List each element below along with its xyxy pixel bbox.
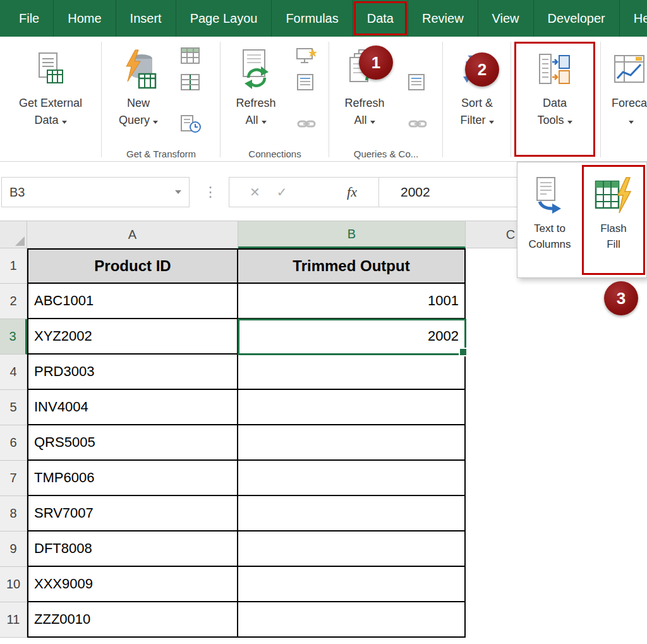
grid-row-9: 9DFT8008 xyxy=(0,532,647,567)
cancel-icon[interactable]: ✕ xyxy=(250,185,260,200)
data-tools-label-line2: Tools xyxy=(537,112,572,129)
queries-edit-links-icon xyxy=(408,115,428,133)
text-to-columns-icon xyxy=(531,171,569,221)
cell-B7[interactable] xyxy=(238,461,466,496)
group-separator xyxy=(442,42,443,157)
cell-B4[interactable] xyxy=(238,355,466,390)
show-queries-icon xyxy=(180,73,200,91)
recent-sources-button[interactable] xyxy=(178,112,202,135)
tab-formulas[interactable]: Formulas xyxy=(272,0,353,37)
connections-icon xyxy=(296,46,317,65)
row-header-11[interactable]: 11 xyxy=(0,602,27,638)
data-tools-dropdown: Text to Columns Flash Fill xyxy=(517,162,647,278)
data-tools-icon xyxy=(538,44,572,95)
grid-row-3: 3XYZ20022002 xyxy=(0,319,647,355)
group-separator xyxy=(220,42,221,157)
row-header-3[interactable]: 3 xyxy=(0,319,27,355)
column-header-A[interactable]: A xyxy=(27,221,238,248)
cell-B5[interactable] xyxy=(238,390,466,425)
tab-home[interactable]: Home xyxy=(54,0,116,37)
refresh-all-label-line1: Refresh xyxy=(236,95,275,112)
row-header-4[interactable]: 4 xyxy=(0,355,27,390)
row-header-6[interactable]: 6 xyxy=(0,425,27,461)
cell-A2[interactable]: ABC1001 xyxy=(27,284,238,319)
tab-file[interactable]: File xyxy=(5,0,54,37)
tab-insert[interactable]: Insert xyxy=(116,0,176,37)
formula-bar-handle[interactable]: ⋮ xyxy=(203,177,217,207)
flash-fill-label-line2: Fill xyxy=(607,236,620,252)
new-query-button[interactable]: New Query xyxy=(104,37,173,129)
data-tools-button[interactable]: Data Tools xyxy=(514,37,595,129)
get-external-data-label-line1: Get External xyxy=(19,95,82,112)
group-label-connections: Connections xyxy=(222,149,327,159)
cell-A9[interactable]: DFT8008 xyxy=(27,532,238,567)
cell-A10[interactable]: XXX9009 xyxy=(27,567,238,602)
cell-B2[interactable]: 1001 xyxy=(238,284,466,319)
cell-A5[interactable]: INV4004 xyxy=(27,390,238,425)
grid-row-7: 7TMP6006 xyxy=(0,461,647,496)
get-external-data-icon xyxy=(36,44,65,95)
row-header-8[interactable]: 8 xyxy=(0,496,27,532)
tab-view[interactable]: View xyxy=(478,0,534,37)
cell-B10[interactable] xyxy=(238,567,466,602)
flash-fill-button[interactable]: Flash Fill xyxy=(583,165,644,274)
grid-rows: 1Product IDTrimmed Output2ABC100110013XY… xyxy=(0,248,647,638)
data-tools-label-line1: Data xyxy=(543,95,567,112)
row-header-1[interactable]: 1 xyxy=(0,248,27,284)
forecast-button[interactable]: Foreca xyxy=(604,37,647,129)
name-box[interactable]: B3 xyxy=(1,177,190,207)
grid-row-2: 2ABC10011001 xyxy=(0,284,647,319)
select-all-corner[interactable] xyxy=(0,221,27,248)
cell-A3[interactable]: XYZ2002 xyxy=(27,319,238,355)
name-box-dropdown-icon[interactable] xyxy=(175,190,181,194)
cell-B6[interactable] xyxy=(238,425,466,461)
properties-button[interactable] xyxy=(294,71,318,94)
show-queries-button[interactable] xyxy=(178,71,202,94)
cell-A6[interactable]: QRS5005 xyxy=(27,425,238,461)
column-header-B[interactable]: B xyxy=(238,221,466,248)
refresh-all-button[interactable]: Refresh All xyxy=(222,37,289,129)
formula-bar-buttons: ✕ ✓ fx xyxy=(229,177,379,207)
cell-B9[interactable] xyxy=(238,532,466,567)
text-to-columns-button[interactable]: Text to Columns xyxy=(519,165,580,274)
cell-B8[interactable] xyxy=(238,496,466,532)
group-label-get-transform: Get & Transform xyxy=(104,149,219,159)
chevron-down-icon xyxy=(262,121,267,124)
ribbon-group-data-tools: Data Tools xyxy=(514,37,595,162)
cell-A7[interactable]: TMP6006 xyxy=(27,461,238,496)
forecast-label-line1: Foreca xyxy=(612,95,647,112)
refresh-all-label-line2: All xyxy=(245,112,266,129)
cell-A1[interactable]: Product ID xyxy=(27,248,238,284)
row-header-10[interactable]: 10 xyxy=(0,567,27,602)
cell-B3[interactable]: 2002 xyxy=(238,319,466,355)
chevron-down-icon xyxy=(629,121,634,124)
annotation-step-2: 2 xyxy=(465,52,499,87)
grid-row-11: 11ZZZ0010 xyxy=(0,602,647,638)
tab-help[interactable]: Help xyxy=(620,0,647,37)
from-table-button[interactable] xyxy=(178,44,202,67)
cell-A8[interactable]: SRV7007 xyxy=(27,496,238,532)
row-header-5[interactable]: 5 xyxy=(0,390,27,425)
cell-B11[interactable] xyxy=(238,602,466,638)
cell-B1[interactable]: Trimmed Output xyxy=(238,248,466,284)
tab-review[interactable]: Review xyxy=(408,0,478,37)
cell-A4[interactable]: PRD3003 xyxy=(27,355,238,390)
queries-edit-links-button[interactable] xyxy=(406,112,430,135)
get-external-data-button[interactable]: Get External Data xyxy=(3,37,99,129)
tab-data[interactable]: Data xyxy=(353,0,408,37)
ribbon-group-connections: Refresh All xyxy=(222,37,327,162)
grid-row-5: 5INV4004 xyxy=(0,390,647,425)
queries-properties-button[interactable] xyxy=(406,71,430,94)
new-query-label-line2: Query xyxy=(119,112,158,129)
row-header-9[interactable]: 9 xyxy=(0,532,27,567)
connections-button[interactable] xyxy=(294,44,318,67)
enter-icon[interactable]: ✓ xyxy=(277,185,287,200)
tab-page-layout[interactable]: Page Layou xyxy=(176,0,272,37)
cell-A11[interactable]: ZZZ0010 xyxy=(27,602,238,638)
insert-function-icon[interactable]: fx xyxy=(347,184,357,200)
tab-developer[interactable]: Developer xyxy=(534,0,620,37)
row-header-2[interactable]: 2 xyxy=(0,284,27,319)
row-header-7[interactable]: 7 xyxy=(0,461,27,496)
chevron-down-icon xyxy=(370,121,375,124)
edit-links-button[interactable] xyxy=(294,112,318,135)
